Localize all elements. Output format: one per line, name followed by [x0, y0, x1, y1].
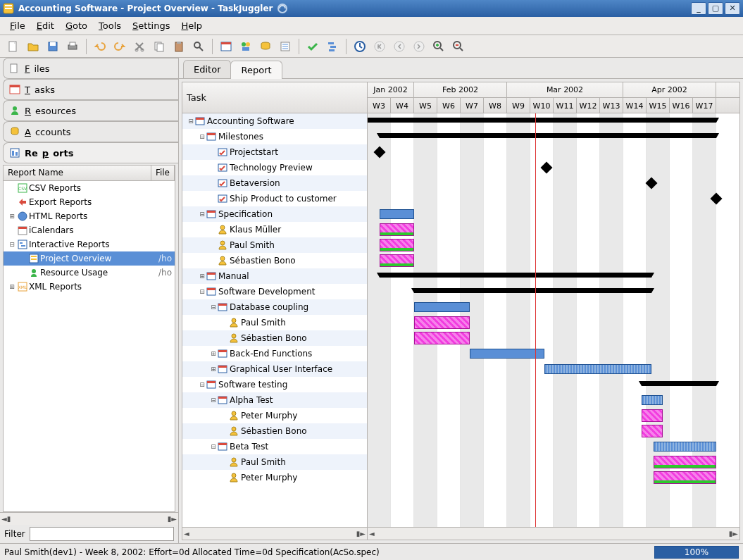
- nav-tab-accounts[interactable]: Accounts: [3, 121, 178, 142]
- report-tree-item[interactable]: ⊞XMLXML Reports: [4, 280, 175, 294]
- menu-edit[interactable]: Edit: [31, 18, 60, 34]
- open-file-button[interactable]: [24, 37, 42, 56]
- print-button[interactable]: [63, 37, 82, 56]
- menu-tools[interactable]: Tools: [93, 18, 127, 34]
- task-row[interactable]: ⊟Software Development: [182, 284, 367, 299]
- menu-settings[interactable]: Settings: [127, 18, 175, 34]
- doc-tab-editor[interactable]: Editor: [183, 60, 231, 78]
- goto-date-button[interactable]: [351, 37, 369, 56]
- gantt-summary-bar[interactable]: [414, 288, 651, 293]
- gantt-summary-bar[interactable]: [368, 118, 716, 123]
- paste-button[interactable]: [170, 37, 188, 56]
- task-row[interactable]: Paul Smith: [182, 237, 367, 253]
- task-row[interactable]: Peter Murphy: [182, 408, 367, 423]
- nav-next-button[interactable]: [410, 37, 428, 56]
- task-h-scrollbar[interactable]: ◄▮►: [182, 527, 367, 540]
- nav-tab-resources[interactable]: Resources: [3, 100, 178, 121]
- task-row[interactable]: ⊟Database coupling: [182, 299, 367, 315]
- menu-help[interactable]: Help: [175, 18, 208, 34]
- validate-button[interactable]: [304, 37, 322, 56]
- gantt-resource-bar[interactable]: [380, 254, 415, 267]
- resources-button[interactable]: [237, 37, 255, 56]
- zoom-out-button[interactable]: [449, 37, 468, 56]
- task-row[interactable]: Klaus Müller: [182, 222, 367, 237]
- new-file-button[interactable]: [4, 37, 23, 56]
- report-tree-item[interactable]: Export Reports: [4, 195, 175, 209]
- filter-input[interactable]: [30, 527, 174, 541]
- gantt-resource-bar[interactable]: [414, 316, 470, 329]
- report-tree-item[interactable]: iCalendars: [4, 223, 175, 237]
- gantt-resource-bar[interactable]: [414, 332, 470, 344]
- gantt-summary-bar[interactable]: [380, 273, 651, 278]
- report-list-button[interactable]: [276, 37, 294, 56]
- gantt-milestone[interactable]: [373, 147, 385, 158]
- task-row[interactable]: Paul Smith: [182, 315, 367, 330]
- task-row[interactable]: ⊟Beta Test: [182, 439, 367, 454]
- task-row[interactable]: Projectstart: [182, 144, 367, 160]
- task-row[interactable]: ⊟Specification: [182, 206, 367, 222]
- task-row[interactable]: ⊟Milestones: [182, 129, 367, 144]
- report-tree[interactable]: CSVCSV ReportsExport Reports⊞HTML Report…: [4, 181, 175, 511]
- report-list-col-file[interactable]: File: [151, 166, 175, 180]
- gantt-task-bar[interactable]: [470, 349, 544, 359]
- menu-goto[interactable]: Goto: [60, 18, 93, 34]
- gantt-resource-bar[interactable]: [642, 425, 663, 437]
- task-row[interactable]: Sébastien Bono: [182, 253, 367, 268]
- gantt-h-scrollbar[interactable]: ◄▮►: [368, 527, 739, 540]
- copy-button[interactable]: [150, 37, 168, 56]
- gantt-resource-bar[interactable]: [654, 471, 716, 484]
- gantt-task-bar[interactable]: [642, 395, 663, 405]
- gantt-milestone[interactable]: [645, 178, 657, 189]
- gantt-milestone[interactable]: [711, 193, 723, 205]
- task-row[interactable]: Sébastien Bono: [182, 423, 367, 439]
- gantt-view-button[interactable]: [323, 37, 342, 56]
- task-row[interactable]: ⊟Software testing: [182, 377, 367, 392]
- task-row[interactable]: ⊞Back-End Functions: [182, 346, 367, 361]
- gantt-body[interactable]: [368, 113, 739, 527]
- gantt-resource-bar[interactable]: [380, 239, 415, 251]
- schedule-button[interactable]: [217, 37, 235, 56]
- redo-button[interactable]: [111, 37, 129, 56]
- report-tree-item[interactable]: ⊞HTML Reports: [4, 209, 175, 223]
- task-tree[interactable]: ⊟Accounting Software⊟MilestonesProjectst…: [182, 113, 367, 527]
- task-row[interactable]: ⊞Manual: [182, 268, 367, 284]
- gantt-resource-bar[interactable]: [642, 409, 663, 422]
- task-column-header[interactable]: Task: [182, 82, 367, 113]
- nav-prev-button[interactable]: [390, 37, 408, 56]
- close-button[interactable]: ✕: [725, 2, 740, 15]
- menu-file[interactable]: File: [4, 18, 31, 34]
- report-list-col-name[interactable]: Report Name: [4, 166, 151, 180]
- report-tree-item[interactable]: Resource Usage/ho: [4, 266, 175, 280]
- doc-tab-report[interactable]: Report: [230, 61, 282, 79]
- task-row[interactable]: ⊟Alpha Test: [182, 392, 367, 408]
- save-button[interactable]: [44, 37, 62, 56]
- nav-tab-reports[interactable]: Reports: [3, 142, 178, 163]
- gantt-resource-bar[interactable]: [654, 456, 716, 468]
- nav-first-button[interactable]: [370, 37, 389, 56]
- task-row[interactable]: Ship Product to customer: [182, 191, 367, 206]
- task-row[interactable]: Betaversion: [182, 175, 367, 191]
- gantt-task-bar[interactable]: [380, 209, 415, 219]
- cut-button[interactable]: [130, 37, 149, 56]
- task-row[interactable]: ⊞Graphical User Interface: [182, 361, 367, 377]
- gantt-milestone[interactable]: [541, 162, 553, 174]
- gantt-task-bar[interactable]: [544, 364, 651, 374]
- gantt-summary-bar[interactable]: [642, 381, 716, 386]
- zoom-in-button[interactable]: [430, 37, 448, 56]
- gantt-task-bar[interactable]: [414, 302, 470, 312]
- nav-tab-files[interactable]: Files: [3, 58, 178, 79]
- report-tree-item[interactable]: CSVCSV Reports: [4, 181, 175, 195]
- task-row[interactable]: Paul Smith: [182, 454, 367, 470]
- report-tree-item[interactable]: Project Overview/ho: [4, 251, 175, 266]
- task-row[interactable]: Sébastien Bono: [182, 330, 367, 346]
- maximize-button[interactable]: ▢: [708, 2, 723, 15]
- report-tree-item[interactable]: ⊟Interactive Reports: [4, 237, 175, 251]
- gantt-summary-bar[interactable]: [380, 133, 717, 138]
- accounts-button[interactable]: [256, 37, 275, 56]
- task-row[interactable]: Technology Preview: [182, 160, 367, 175]
- task-row[interactable]: Peter Murphy: [182, 470, 367, 485]
- gantt-resource-bar[interactable]: [380, 223, 415, 236]
- task-row[interactable]: ⊟Accounting Software: [182, 113, 367, 129]
- nav-h-scrollbar[interactable]: ◄▮▮►: [0, 512, 178, 525]
- gantt-task-bar[interactable]: [654, 442, 716, 452]
